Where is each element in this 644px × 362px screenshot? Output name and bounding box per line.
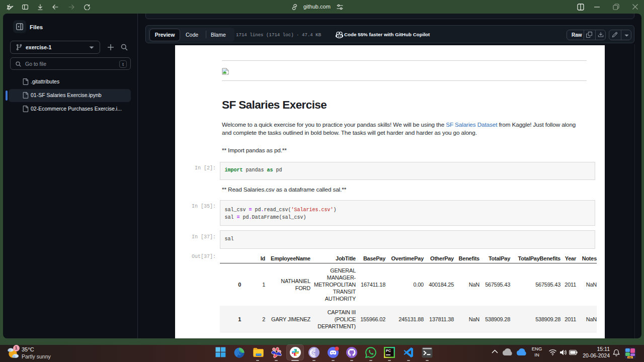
svg-text:FRI: FRI — [628, 356, 631, 359]
svg-text:PC: PC — [386, 349, 391, 352]
